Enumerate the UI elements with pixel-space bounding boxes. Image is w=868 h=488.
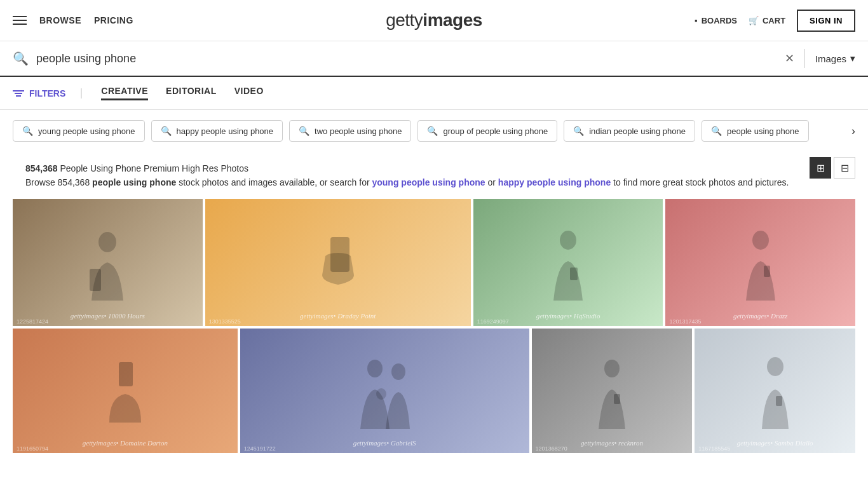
image-content-6 [532,329,693,453]
hamburger-menu[interactable] [13,16,27,25]
svg-point-0 [98,232,116,252]
image-grid-bottom: gettyimages• Domaine Darton 1191650794 g… [0,326,868,453]
svg-point-13 [767,357,783,376]
search-bar: 🔍 ✕ Images ▾ [0,41,868,77]
search-icon: 🔍 [573,126,584,136]
image-id-4: 1191650794 [17,445,48,452]
watermark-1: gettyimages• Draday Point [300,312,376,320]
svg-point-3 [560,231,576,250]
filters-label: FILTERS [29,88,65,98]
image-id-5: 1245191722 [244,445,276,452]
suggestion-chip-2[interactable]: 🔍 two people using phone [289,120,411,142]
results-count: 854,368 [25,163,58,173]
suggestion-label-0: young people using phone [38,126,135,136]
browse-link[interactable]: BROWSE [39,15,81,25]
search-type-label: Images [815,53,846,64]
watermark-7: gettyimages• Samba Diallo [737,439,813,447]
image-item-6[interactable]: gettyimages• recknron 1201368270 [532,329,693,453]
suggestion-label-5: people using phone [727,126,799,136]
image-item-2[interactable]: gettyimages• HqStudio 1169249097 [473,199,663,326]
results-description: Browse 854,368 people using phone stock … [25,177,789,187]
svg-rect-6 [764,266,770,277]
svg-rect-12 [614,394,620,404]
results-link-2[interactable]: happy people using phone [498,177,611,187]
image-item-7[interactable]: gettyimages• Samba Diallo 1167185545 [695,329,855,453]
image-item-3[interactable]: gettyimages• Drazz 1201317435 [665,199,855,326]
search-icon: 🔍 [13,51,29,66]
search-icon: 🔍 [427,126,438,136]
svg-point-8 [367,360,383,377]
suggestions-next-arrow[interactable]: › [851,125,855,138]
tab-creative[interactable]: CREATIVE [101,86,148,100]
image-content-5 [240,329,529,453]
family-silhouette [346,353,423,429]
sign-in-button[interactable]: SIGN IN [797,10,855,32]
tab-editorial[interactable]: EDITORIAL [166,86,217,100]
cart-button[interactable]: 🛒 CART [749,16,785,25]
image-content-7 [695,329,855,453]
image-content-0 [13,199,203,326]
suggestions-row: 🔍 young people using phone 🔍 happy peopl… [0,110,868,152]
suggestion-label-3: group of people using phone [443,126,548,136]
person-silhouette [82,224,133,301]
search-type-selector[interactable]: Images ▾ [815,53,855,64]
boards-button[interactable]: ▪ BOARDS [695,16,737,25]
image-item-4[interactable]: gettyimages• Domaine Darton 1191650794 [13,329,238,453]
suggestion-chip-4[interactable]: 🔍 indian people using phone [564,120,695,142]
suggestion-label-2: two people using phone [315,126,402,136]
cart-label: CART [763,16,785,25]
grid-view-button[interactable]: ⊞ [810,157,831,179]
filters-button[interactable]: FILTERS [13,88,82,98]
site-logo[interactable]: gettyimages [386,10,482,30]
image-item-0[interactable]: gettyimages• 10000 Hours 1225817424 [13,199,203,326]
svg-point-10 [376,388,386,400]
image-grid-top: gettyimages• 10000 Hours 1225817424 gett… [0,199,868,326]
results-info: 854,368 People Using Phone Premium High … [13,157,801,194]
image-id-2: 1169249097 [477,318,509,325]
results-header: 854,368 People Using Phone Premium High … [0,152,868,199]
results-title: People Using Phone Premium High Res Phot… [60,163,249,173]
svg-rect-7 [119,362,133,386]
results-browse-count: 854,368 [58,177,90,187]
image-content-1 [205,199,471,326]
suggestion-chip-0[interactable]: 🔍 young people using phone [13,120,145,142]
boards-icon: ▪ [695,16,698,25]
image-item-5[interactable]: gettyimages• GabrielS 1245191722 [240,329,529,453]
suggestion-chip-3[interactable]: 🔍 group of people using phone [417,120,557,142]
woman-phone-silhouette [753,353,797,429]
woman-silhouette [546,224,590,301]
suggestion-chip-5[interactable]: 🔍 people using phone [702,120,809,142]
logo-getty: getty [386,10,423,30]
search-divider [804,49,805,68]
image-item-1[interactable]: gettyimages• Draday Point 1301335525 [205,199,471,326]
image-id-6: 1201368270 [536,445,567,452]
image-content-3 [665,199,855,326]
header-nav: BROWSE PRICING [39,15,133,25]
header-left: BROWSE PRICING [13,15,133,25]
search-icon: 🔍 [161,126,172,136]
svg-point-5 [752,231,769,250]
pricing-link[interactable]: PRICING [94,15,133,25]
image-id-7: 1167185545 [698,445,730,452]
hands-phone-silhouette [319,224,357,301]
svg-rect-1 [90,269,101,291]
clear-search-button[interactable]: ✕ [785,51,794,65]
tab-video[interactable]: VIDEO [234,86,264,100]
svg-point-9 [391,363,405,380]
filter-tabs: CREATIVE EDITORIAL VIDEO [101,86,264,100]
search-input[interactable] [36,52,785,65]
results-link-1[interactable]: young people using phone [372,177,485,187]
watermark-0: gettyimages• 10000 Hours [71,312,145,320]
filter-icon [13,90,24,97]
chevron-down-icon: ▾ [850,53,855,64]
watermark-4: gettyimages• Domaine Darton [83,439,168,447]
mosaic-view-button[interactable]: ⊟ [834,157,855,179]
filter-bar: FILTERS CREATIVE EDITORIAL VIDEO [0,77,868,110]
image-content-2 [473,199,663,326]
results-bold-query: people using phone [92,177,176,187]
suggestion-chip-1[interactable]: 🔍 happy people using phone [151,120,283,142]
header-right: ▪ BOARDS 🛒 CART SIGN IN [695,10,855,32]
woman-street-silhouette [590,353,634,429]
image-content-4 [13,329,238,453]
watermark-3: gettyimages• Drazz [733,312,787,320]
